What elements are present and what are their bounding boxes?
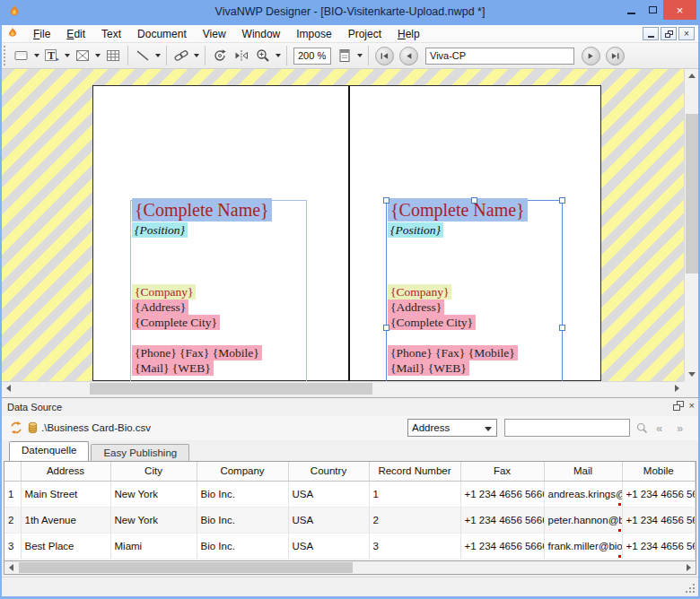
document-page[interactable]: {Complete Name} {Position} {Company} {Ad… [92, 85, 601, 381]
resize-grip[interactable] [693, 591, 695, 593]
table-tool-button[interactable] [102, 46, 124, 65]
field-complete-city[interactable]: {Complete City} [388, 315, 476, 330]
link-tool-button[interactable] [171, 46, 192, 65]
menu-edit[interactable]: Edit [58, 26, 93, 42]
column-header-country[interactable]: Country [288, 462, 369, 481]
cell-company[interactable]: Bio Inc. [197, 481, 288, 507]
selection-handle-top-right[interactable] [559, 197, 565, 204]
cell-mail[interactable]: andreas.krings@bi [544, 481, 622, 507]
link-tool-dropdown[interactable] [192, 46, 201, 65]
selection-handle-top-center[interactable] [471, 197, 477, 204]
field-mail-web[interactable]: {Mail} {WEB} [132, 360, 214, 376]
cell-company[interactable]: Bio Inc. [197, 533, 288, 559]
cell-record-number[interactable]: 1 [369, 481, 460, 507]
selection-handle-mid-left[interactable] [383, 325, 389, 331]
scroll-left-icon[interactable] [6, 385, 11, 392]
table-scroll-left-icon[interactable] [9, 564, 13, 571]
last-page-button[interactable] [606, 47, 625, 65]
field-complete-name[interactable]: {Complete Name} [132, 198, 272, 221]
field-position[interactable]: {Position} [132, 222, 188, 238]
cell-city[interactable]: New York [110, 481, 197, 507]
field-company[interactable]: {Company} [388, 284, 451, 300]
image-tool-dropdown[interactable] [93, 46, 102, 65]
cell-fax[interactable]: +1 234 4656 5666 [460, 507, 544, 533]
menu-view[interactable]: View [195, 26, 234, 42]
cell-city[interactable]: New York [110, 507, 197, 533]
minimize-button[interactable] [620, 0, 642, 20]
page-name-input[interactable] [425, 48, 574, 65]
record-search-input[interactable] [504, 419, 630, 437]
table-horizontal-scrollbar[interactable] [4, 561, 696, 575]
selection-handle-mid-right[interactable] [559, 325, 565, 331]
line-tool-dropdown[interactable] [153, 46, 162, 65]
cell-fax[interactable]: +1 234 4656 5666 [460, 481, 544, 507]
cell-city[interactable]: Miami [110, 533, 197, 559]
previous-record-icon[interactable]: « [656, 421, 662, 435]
image-frame-tool-button[interactable] [72, 46, 93, 65]
column-header-mobile[interactable]: Mobile [622, 462, 696, 481]
mdi-restore-button[interactable] [661, 27, 677, 40]
field-phone-fax-mobile[interactable]: {Phone} {Fax} {Mobile} [132, 345, 262, 360]
field-phone-fax-mobile[interactable]: {Phone} {Fax} {Mobile} [388, 345, 518, 360]
text-frame-tool-button[interactable]: T [41, 46, 63, 65]
line-tool-button[interactable] [132, 46, 153, 65]
column-header-mail[interactable]: Mail [544, 462, 622, 481]
cell-mobile[interactable]: +1 234 4656 56 [622, 481, 696, 507]
menu-window[interactable]: Window [234, 26, 289, 42]
column-header-fax[interactable]: Fax [460, 462, 544, 481]
cell-country[interactable]: USA [288, 481, 369, 507]
selection-handle-top-left[interactable] [383, 197, 389, 204]
next-record-icon[interactable]: » [677, 421, 683, 435]
menu-project[interactable]: Project [340, 26, 389, 42]
title-bar[interactable]: VivaNWP Designer - [BIO-Visitenkarte-Upl… [0, 0, 700, 25]
vertical-scroll-thumb[interactable] [686, 114, 698, 273]
cell-record-number[interactable]: 2 [369, 507, 460, 533]
field-mail-web[interactable]: {Mail} {WEB} [388, 360, 469, 376]
row-number-cell[interactable]: 2 [4, 507, 21, 533]
cell-address[interactable]: 1th Avenue [21, 507, 110, 533]
cell-record-number[interactable]: 3 [369, 533, 460, 559]
field-position[interactable]: {Position} [388, 222, 443, 238]
menu-document[interactable]: Document [129, 26, 195, 42]
rectangle-frame-tool-button[interactable] [11, 46, 32, 65]
cell-country[interactable]: USA [288, 507, 369, 533]
scroll-down-icon[interactable] [688, 372, 696, 377]
panel-float-icon[interactable] [673, 401, 684, 411]
column-header-company[interactable]: Company [197, 462, 288, 481]
cell-mail[interactable]: peter.hannon@bic [544, 507, 622, 533]
previous-page-button[interactable] [399, 47, 418, 65]
cell-mobile[interactable]: +1 234 4656 56 [622, 533, 696, 559]
cell-address[interactable]: Main Street [21, 481, 110, 507]
column-header-city[interactable]: City [110, 462, 197, 481]
row-number-header[interactable] [4, 462, 21, 481]
cell-mobile[interactable]: +1 234 4656 56 [622, 507, 696, 533]
scroll-right-icon[interactable] [675, 385, 679, 392]
mdi-minimize-button[interactable] [643, 27, 659, 40]
panel-close-icon[interactable]: × [689, 401, 695, 411]
refresh-icon[interactable] [9, 421, 23, 438]
data-source-panel-titlebar[interactable]: Data Source × [2, 398, 698, 416]
rotate-tool-button[interactable] [209, 46, 231, 65]
zoom-tool-button[interactable] [252, 46, 274, 65]
mdi-close-button[interactable]: × [678, 27, 695, 40]
menu-help[interactable]: Help [389, 26, 428, 42]
first-page-button[interactable] [375, 47, 394, 65]
menu-file[interactable]: File [25, 26, 58, 42]
field-company[interactable]: {Company} [132, 284, 196, 300]
imposition-scheme-button[interactable] [334, 46, 355, 65]
search-icon[interactable] [635, 421, 649, 438]
close-button[interactable]: × [663, 0, 696, 20]
zoom-tool-dropdown[interactable] [274, 46, 283, 65]
row-number-cell[interactable]: 3 [4, 533, 21, 559]
column-header-record-number[interactable]: Record Number [369, 462, 460, 481]
document-canvas[interactable]: {Complete Name} {Position} {Company} {Ad… [2, 69, 698, 395]
cell-company[interactable]: Bio Inc. [197, 507, 288, 533]
cell-mail[interactable]: frank.miller@bio.c [544, 533, 622, 559]
menu-impose[interactable]: Impose [288, 26, 339, 42]
cell-country[interactable]: USA [288, 533, 369, 559]
field-selector-combo[interactable]: Address [407, 419, 497, 437]
text-tool-dropdown[interactable] [63, 46, 72, 65]
field-address[interactable]: {Address} [388, 300, 444, 315]
scheme-dropdown[interactable] [355, 46, 364, 65]
cell-fax[interactable]: +1 234 4656 5666 [460, 533, 544, 559]
